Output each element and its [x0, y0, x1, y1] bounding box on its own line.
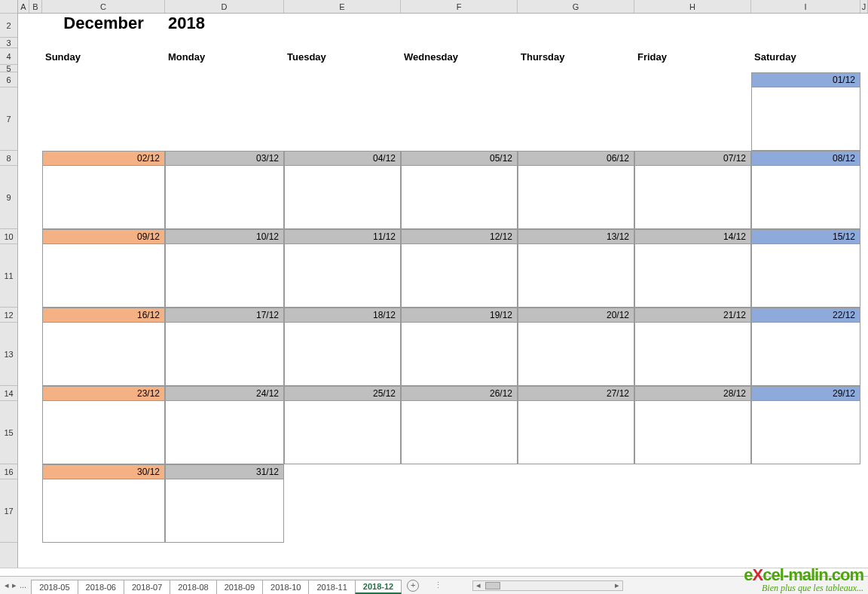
calendar-body[interactable]: [42, 401, 165, 464]
row-header-16[interactable]: 16: [0, 464, 17, 479]
row-header-13[interactable]: 13: [0, 323, 17, 386]
sheet-tab-2018-08[interactable]: 2018-08: [170, 580, 216, 594]
calendar-body[interactable]: [751, 87, 860, 151]
calendar-body[interactable]: [401, 166, 518, 229]
calendar-body[interactable]: [165, 166, 284, 229]
calendar-cell[interactable]: 17/12: [165, 308, 284, 386]
sheet-tab-2018-06[interactable]: 2018-06: [78, 580, 124, 594]
column-header-G[interactable]: G: [518, 0, 634, 13]
calendar-body[interactable]: [518, 244, 634, 308]
calendar-cell[interactable]: 14/12: [634, 229, 751, 308]
calendar-cell[interactable]: 08/12: [751, 151, 860, 229]
calendar-cell[interactable]: 23/12: [42, 386, 165, 464]
calendar-body[interactable]: [634, 166, 751, 229]
calendar-body[interactable]: [634, 401, 751, 464]
row-header-5[interactable]: 5: [0, 65, 17, 72]
calendar-body[interactable]: [518, 323, 634, 386]
calendar-body[interactable]: [401, 401, 518, 464]
calendar-body[interactable]: [42, 479, 165, 543]
column-header-J[interactable]: J: [860, 0, 868, 13]
sheet-tab-2018-05[interactable]: 2018-05: [31, 580, 78, 594]
calendar-body[interactable]: [284, 166, 401, 229]
calendar-cell[interactable]: 12/12: [401, 229, 518, 308]
column-header-F[interactable]: F: [401, 0, 518, 13]
calendar-body[interactable]: [751, 166, 860, 229]
select-all-corner[interactable]: [0, 0, 17, 14]
calendar-cell[interactable]: 05/12: [401, 151, 518, 229]
calendar-cell[interactable]: 02/12: [42, 151, 165, 229]
calendar-cell[interactable]: 30/12: [42, 464, 165, 543]
sheet-tab-2018-10[interactable]: 2018-10: [262, 580, 309, 594]
calendar-body[interactable]: [165, 479, 284, 543]
row-header-12[interactable]: 12: [0, 308, 17, 323]
row-header-9[interactable]: 9: [0, 166, 17, 229]
row-header-17[interactable]: 17: [0, 479, 17, 543]
row-header-11[interactable]: 11: [0, 244, 17, 308]
calendar-cell[interactable]: 27/12: [518, 386, 634, 464]
sheet-tab-2018-12[interactable]: 2018-12: [355, 580, 402, 594]
tab-nav-prev-icon[interactable]: ◂: [5, 580, 9, 590]
calendar-cell[interactable]: 21/12: [634, 308, 751, 386]
row-header-14[interactable]: 14: [0, 386, 17, 401]
tab-options-icon[interactable]: ⋮: [434, 580, 442, 590]
calendar-cell[interactable]: 10/12: [165, 229, 284, 308]
calendar-body[interactable]: [751, 401, 860, 464]
calendar-cell[interactable]: 29/12: [751, 386, 860, 464]
calendar-cell[interactable]: 11/12: [284, 229, 401, 308]
new-sheet-button[interactable]: +: [407, 580, 419, 592]
calendar-body[interactable]: [401, 323, 518, 386]
calendar-cell[interactable]: 18/12: [284, 308, 401, 386]
row-header-8[interactable]: 8: [0, 151, 17, 166]
column-header-D[interactable]: D: [165, 0, 284, 13]
sheet-tab-2018-07[interactable]: 2018-07: [124, 580, 170, 594]
calendar-cell[interactable]: 25/12: [284, 386, 401, 464]
calendar-cell[interactable]: 19/12: [401, 308, 518, 386]
calendar-cell[interactable]: 26/12: [401, 386, 518, 464]
calendar-body[interactable]: [518, 166, 634, 229]
column-header-H[interactable]: H: [634, 0, 751, 13]
calendar-cell[interactable]: 15/12: [751, 229, 860, 308]
column-header-A[interactable]: A: [18, 0, 29, 13]
column-header-I[interactable]: I: [751, 0, 860, 13]
calendar-cell[interactable]: 31/12: [165, 464, 284, 543]
calendar-cell[interactable]: 24/12: [165, 386, 284, 464]
calendar-cell[interactable]: 20/12: [518, 308, 634, 386]
calendar-cell[interactable]: 09/12: [42, 229, 165, 308]
calendar-body[interactable]: [634, 323, 751, 386]
calendar-body[interactable]: [284, 323, 401, 386]
row-header-10[interactable]: 10: [0, 229, 17, 244]
column-header-B[interactable]: B: [29, 0, 42, 13]
calendar-cell[interactable]: 04/12: [284, 151, 401, 229]
calendar-cell[interactable]: 03/12: [165, 151, 284, 229]
calendar-cell[interactable]: 01/12: [751, 72, 860, 151]
calendar-cell[interactable]: 06/12: [518, 151, 634, 229]
tab-nav-next-icon[interactable]: ▸: [12, 580, 17, 590]
column-header-E[interactable]: E: [284, 0, 401, 13]
row-header-15[interactable]: 15: [0, 401, 17, 464]
sheet-tab-2018-11[interactable]: 2018-11: [308, 580, 355, 594]
calendar-body[interactable]: [42, 166, 165, 229]
row-header-3[interactable]: 3: [0, 38, 17, 48]
calendar-cell[interactable]: 16/12: [42, 308, 165, 386]
calendar-cell[interactable]: 07/12: [634, 151, 751, 229]
calendar-body[interactable]: [284, 244, 401, 308]
calendar-body[interactable]: [165, 244, 284, 308]
calendar-body[interactable]: [42, 244, 165, 308]
scroll-thumb[interactable]: [485, 582, 500, 589]
calendar-body[interactable]: [751, 323, 860, 386]
calendar-body[interactable]: [165, 401, 284, 464]
calendar-cell[interactable]: 22/12: [751, 308, 860, 386]
calendar-body[interactable]: [518, 401, 634, 464]
calendar-body[interactable]: [165, 323, 284, 386]
tab-overflow-icon[interactable]: ...: [20, 580, 26, 590]
calendar-body[interactable]: [284, 401, 401, 464]
horizontal-scrollbar[interactable]: ◂ ▸: [472, 580, 623, 591]
row-header-7[interactable]: 7: [0, 87, 17, 151]
calendar-body[interactable]: [401, 244, 518, 308]
row-header-4[interactable]: 4: [0, 48, 17, 65]
calendar-body[interactable]: [42, 323, 165, 386]
row-header-6[interactable]: 6: [0, 72, 17, 87]
row-header-2[interactable]: 2: [0, 14, 17, 38]
calendar-cell[interactable]: 13/12: [518, 229, 634, 308]
calendar-body[interactable]: [751, 244, 860, 308]
